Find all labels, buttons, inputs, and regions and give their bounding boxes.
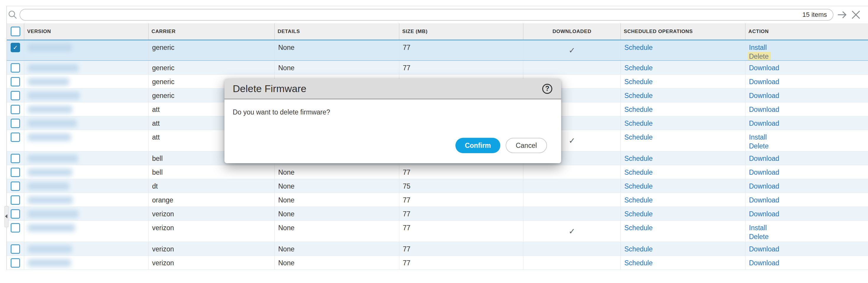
row-checkbox[interactable] bbox=[11, 63, 20, 73]
column-header-downloaded[interactable]: DOWNLOADED bbox=[523, 23, 621, 40]
version-redacted-blur bbox=[28, 169, 72, 176]
version-cell bbox=[24, 179, 148, 193]
download-link[interactable]: Download bbox=[749, 77, 779, 86]
install-link[interactable]: Install bbox=[749, 43, 767, 52]
install-link[interactable]: Install bbox=[749, 133, 767, 142]
version-redacted-blur bbox=[28, 224, 75, 232]
row-checkbox[interactable] bbox=[11, 91, 20, 100]
row-select-cell bbox=[7, 165, 24, 179]
version-redacted-blur bbox=[28, 64, 79, 72]
carrier-cell: verizon bbox=[148, 221, 274, 242]
downloaded-cell bbox=[523, 207, 621, 220]
row-checkbox[interactable] bbox=[11, 119, 20, 128]
schedule-link[interactable]: Schedule bbox=[624, 259, 653, 267]
table-row[interactable]: dtNone75ScheduleDownload bbox=[7, 179, 868, 193]
column-header-sched[interactable]: SCHEDULED OPERATIONS bbox=[621, 23, 745, 40]
row-checkbox[interactable] bbox=[11, 105, 20, 114]
scheduled-operations-cell: Schedule bbox=[621, 193, 745, 207]
table-row[interactable]: bellNone77ScheduleDownload bbox=[7, 165, 868, 179]
schedule-link[interactable]: Schedule bbox=[624, 182, 653, 190]
column-header-carrier[interactable]: CARRIER bbox=[148, 23, 274, 40]
row-checkbox[interactable] bbox=[11, 196, 20, 205]
row-select-cell bbox=[7, 242, 24, 255]
chevron-left-icon bbox=[5, 214, 7, 218]
clear-filter-close-icon[interactable] bbox=[851, 10, 861, 19]
row-checkbox[interactable] bbox=[11, 133, 20, 142]
version-cell bbox=[24, 102, 148, 116]
schedule-link[interactable]: Schedule bbox=[624, 92, 653, 100]
column-header-select[interactable] bbox=[7, 23, 24, 40]
download-link[interactable]: Download bbox=[749, 182, 779, 191]
column-header-size[interactable]: SIZE (MB) bbox=[399, 23, 523, 40]
download-link[interactable]: Download bbox=[749, 245, 779, 253]
row-select-cell bbox=[7, 102, 24, 116]
select-all-checkbox[interactable] bbox=[11, 27, 20, 36]
table-row[interactable]: orangeNone77ScheduleDownload bbox=[7, 193, 868, 207]
action-cell: InstallDelete bbox=[745, 130, 868, 151]
download-link[interactable]: Download bbox=[749, 196, 779, 205]
delete-link[interactable]: Delete bbox=[749, 142, 769, 150]
row-checkbox[interactable] bbox=[11, 181, 20, 191]
version-cell bbox=[24, 207, 148, 220]
action-cell: Download bbox=[745, 165, 868, 179]
table-row[interactable]: verizonNone77ScheduleDownload bbox=[7, 207, 868, 221]
confirm-button[interactable]: Confirm bbox=[456, 138, 500, 153]
schedule-link[interactable]: Schedule bbox=[624, 119, 653, 128]
download-link[interactable]: Download bbox=[749, 119, 779, 128]
download-link[interactable]: Download bbox=[749, 154, 779, 163]
install-link[interactable]: Install bbox=[749, 223, 767, 232]
row-checkbox[interactable] bbox=[11, 244, 20, 254]
cancel-button[interactable]: Cancel bbox=[506, 138, 547, 153]
schedule-link[interactable]: Schedule bbox=[624, 224, 653, 232]
schedule-link[interactable]: Schedule bbox=[624, 106, 653, 114]
column-header-action[interactable]: ACTION bbox=[745, 23, 868, 40]
schedule-link[interactable]: Schedule bbox=[624, 196, 653, 204]
column-header-version[interactable]: VERSION bbox=[24, 23, 148, 40]
table-row[interactable]: verizonNone77ScheduleDownload bbox=[7, 256, 868, 270]
schedule-link[interactable]: Schedule bbox=[624, 78, 653, 86]
row-checkbox[interactable] bbox=[11, 258, 20, 268]
delete-link[interactable]: Delete bbox=[749, 232, 769, 241]
download-link[interactable]: Download bbox=[749, 168, 779, 177]
dialog-title: Delete Firmware bbox=[233, 83, 542, 95]
download-link[interactable]: Download bbox=[749, 210, 779, 218]
schedule-link[interactable]: Schedule bbox=[624, 155, 653, 163]
details-cell: None bbox=[274, 193, 399, 207]
column-header-details[interactable]: DETAILS bbox=[274, 23, 399, 40]
row-select-cell bbox=[7, 75, 24, 88]
schedule-link[interactable]: Schedule bbox=[624, 245, 653, 253]
row-checkbox[interactable] bbox=[11, 154, 20, 163]
table-row[interactable]: genericNone77ScheduleDownload bbox=[7, 61, 868, 75]
schedule-link[interactable]: Schedule bbox=[624, 44, 653, 51]
row-checkbox[interactable]: ✓ bbox=[11, 43, 20, 52]
dialog-message: Do you want to delete firmware? bbox=[224, 100, 561, 125]
downloaded-cell: ✓ bbox=[523, 40, 621, 60]
schedule-link[interactable]: Schedule bbox=[624, 64, 653, 72]
table-row[interactable]: ✓genericNone77✓ScheduleInstallDelete bbox=[7, 40, 868, 61]
row-checkbox[interactable] bbox=[11, 223, 20, 233]
version-cell bbox=[24, 151, 148, 165]
schedule-link[interactable]: Schedule bbox=[624, 169, 653, 176]
download-link[interactable]: Download bbox=[749, 258, 779, 268]
sidebar-collapse-handle[interactable] bbox=[4, 206, 8, 227]
scheduled-operations-cell: Schedule bbox=[621, 151, 745, 165]
size-cell: 77 bbox=[399, 221, 523, 242]
help-icon[interactable]: ? bbox=[542, 84, 552, 94]
download-link[interactable]: Download bbox=[749, 91, 779, 100]
apply-filter-arrow-icon[interactable] bbox=[837, 10, 848, 19]
version-redacted-blur bbox=[28, 182, 69, 190]
delete-link[interactable]: Delete bbox=[748, 52, 771, 60]
schedule-link[interactable]: Schedule bbox=[624, 133, 653, 141]
download-link[interactable]: Download bbox=[749, 105, 779, 114]
scheduled-operations-cell: Schedule bbox=[621, 102, 745, 116]
search-input[interactable] bbox=[25, 10, 795, 20]
scheduled-operations-cell: Schedule bbox=[621, 242, 745, 255]
download-link[interactable]: Download bbox=[749, 64, 779, 72]
search-row: 15 items bbox=[7, 6, 868, 23]
table-row[interactable]: verizonNone77ScheduleDownload bbox=[7, 242, 868, 256]
table-row[interactable]: verizonNone77✓ScheduleInstallDelete bbox=[7, 221, 868, 242]
row-checkbox[interactable] bbox=[11, 77, 20, 86]
row-checkbox[interactable] bbox=[11, 168, 20, 177]
schedule-link[interactable]: Schedule bbox=[624, 210, 653, 218]
row-checkbox[interactable] bbox=[11, 209, 20, 219]
